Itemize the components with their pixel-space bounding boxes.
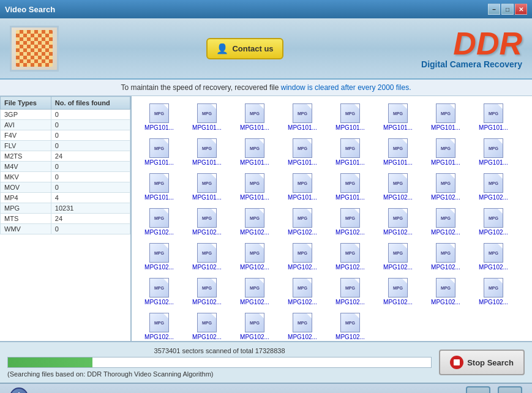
file-label: MPG102... xyxy=(479,229,508,236)
table-row: MP44 xyxy=(1,193,130,203)
stop-icon-inner xyxy=(454,359,460,365)
bottom-progress: 3573401 sectors scanned of total 1732883… xyxy=(0,341,532,383)
maximize-button[interactable]: □ xyxy=(501,4,514,15)
list-item[interactable]: MPG MPG102... xyxy=(280,275,325,308)
list-item[interactable]: MPG MPG102... xyxy=(375,171,421,203)
list-item[interactable]: MPG MPG102... xyxy=(328,275,373,308)
file-label: MPG102... xyxy=(383,264,413,271)
file-label: MPG101... xyxy=(192,159,222,166)
list-item[interactable]: MPG MPG102... xyxy=(328,241,373,273)
file-icon: MPG xyxy=(340,208,360,228)
list-item[interactable]: MPG MPG101... xyxy=(184,101,230,133)
file-label: MPG102... xyxy=(288,334,317,340)
file-label: MPG102... xyxy=(288,264,317,271)
list-item[interactable]: MPG MPG102... xyxy=(137,310,182,341)
list-item[interactable]: MPG MPG102... xyxy=(471,206,516,238)
file-icon: MPG xyxy=(293,243,312,263)
right-panel[interactable]: MPG MPG101... MPG MPG101... MPG MPG101..… xyxy=(132,96,532,341)
list-item[interactable]: MPG MPG102... xyxy=(423,206,468,238)
nav-back-button[interactable]: ◀ xyxy=(466,386,490,393)
list-item[interactable]: MPG MPG102... xyxy=(232,275,277,308)
list-item[interactable]: MPG MPG101... xyxy=(184,171,230,203)
list-item[interactable]: MPG MPG101... xyxy=(328,101,373,133)
list-item[interactable]: MPG MPG102... xyxy=(423,275,468,308)
list-item[interactable]: MPG MPG102... xyxy=(375,206,421,238)
list-item[interactable]: MPG MPG101... xyxy=(328,171,373,203)
list-item[interactable]: MPG MPG102... xyxy=(232,241,277,273)
table-row: 3GP0 xyxy=(1,110,130,120)
file-label: MPG102... xyxy=(431,264,460,271)
list-item[interactable]: MPG MPG102... xyxy=(232,310,277,341)
list-item[interactable]: MPG MPG101... xyxy=(184,136,230,168)
file-label: MPG101... xyxy=(240,124,269,131)
list-item[interactable]: MPG MPG102... xyxy=(280,206,325,238)
file-icon: MPG xyxy=(149,243,169,263)
list-item[interactable]: MPG MPG101... xyxy=(471,101,516,133)
file-icon: MPG xyxy=(388,278,408,298)
header-area: 👤 Contact us DDR Digital Camera Recovery xyxy=(0,18,532,80)
contact-button[interactable]: 👤 Contact us xyxy=(206,38,283,59)
list-item[interactable]: MPG MPG102... xyxy=(280,310,325,341)
list-item[interactable]: MPG MPG101... xyxy=(232,136,277,168)
list-item[interactable]: MPG MPG101... xyxy=(375,101,421,133)
list-item[interactable]: MPG MPG102... xyxy=(423,241,468,273)
file-icon: MPG xyxy=(340,173,360,193)
info-text-before: To maintain the speed of recovery, recov… xyxy=(121,83,280,92)
list-item[interactable]: MPG MPG102... xyxy=(471,171,516,203)
file-type-cell: F4V xyxy=(1,130,51,141)
table-row: MPG10231 xyxy=(1,203,130,214)
list-item[interactable]: MPG MPG101... xyxy=(137,171,182,203)
list-item[interactable]: MPG MPG102... xyxy=(328,206,373,238)
file-label: MPG101... xyxy=(479,159,508,166)
list-item[interactable]: MPG MPG102... xyxy=(184,310,230,341)
list-item[interactable]: MPG MPG102... xyxy=(280,241,325,273)
list-item[interactable]: MPG MPG101... xyxy=(423,136,468,168)
file-type-cell: WMV xyxy=(1,224,51,234)
list-item[interactable]: MPG MPG102... xyxy=(471,241,516,273)
list-item[interactable]: MPG MPG102... xyxy=(328,310,373,341)
file-label: MPG101... xyxy=(288,194,317,201)
list-item[interactable]: MPG MPG102... xyxy=(137,206,182,238)
ddr-title: DDR xyxy=(421,28,522,59)
list-item[interactable]: MPG MPG102... xyxy=(423,171,468,203)
list-item[interactable]: MPG MPG102... xyxy=(184,241,230,273)
list-item[interactable]: MPG MPG102... xyxy=(184,206,230,238)
list-item[interactable]: MPG MPG101... xyxy=(471,136,516,168)
list-item[interactable]: MPG MPG102... xyxy=(184,275,230,308)
file-label: MPG102... xyxy=(192,229,222,236)
file-icon: MPG xyxy=(293,173,312,193)
list-item[interactable]: MPG MPG101... xyxy=(137,101,182,133)
file-type-cell: M2TS xyxy=(1,151,51,162)
file-count-cell: 0 xyxy=(51,110,130,120)
list-item[interactable]: MPG MPG102... xyxy=(375,241,421,273)
file-icon: MPG xyxy=(340,103,360,123)
list-item[interactable]: MPG MPG102... xyxy=(137,275,182,308)
list-item[interactable]: MPG MPG102... xyxy=(232,206,277,238)
list-item[interactable]: MPG MPG101... xyxy=(375,136,421,168)
list-item[interactable]: MPG MPG101... xyxy=(280,136,325,168)
file-label: MPG102... xyxy=(240,264,269,271)
title-bar-text: Video Search xyxy=(5,5,55,14)
file-count-cell: 0 xyxy=(51,120,130,130)
file-icon: MPG xyxy=(293,208,312,228)
close-button[interactable]: ✕ xyxy=(515,4,527,15)
list-item[interactable]: MPG MPG101... xyxy=(232,101,277,133)
list-item[interactable]: MPG MPG101... xyxy=(232,171,277,203)
nav-forward-button[interactable]: ▶ xyxy=(498,386,522,393)
list-item[interactable]: MPG MPG101... xyxy=(423,101,468,133)
minimize-button[interactable]: – xyxy=(488,4,500,15)
file-count-cell: 10231 xyxy=(51,203,130,214)
stop-search-button[interactable]: Stop Search xyxy=(439,350,525,375)
list-item[interactable]: MPG MPG101... xyxy=(137,136,182,168)
file-label: MPG102... xyxy=(144,229,174,236)
list-item[interactable]: MPG MPG101... xyxy=(280,171,325,203)
list-item[interactable]: MPG MPG102... xyxy=(375,275,421,308)
list-item[interactable]: MPG MPG102... xyxy=(471,275,516,308)
file-type-cell: AVI xyxy=(1,120,51,130)
file-icon: MPG xyxy=(197,243,217,263)
ddr-subtitle: Digital Camera Recovery xyxy=(421,59,522,69)
list-item[interactable]: MPG MPG101... xyxy=(328,136,373,168)
list-item[interactable]: MPG MPG102... xyxy=(137,241,182,273)
list-item[interactable]: MPG MPG101... xyxy=(280,101,325,133)
file-icon: MPG xyxy=(388,173,408,193)
